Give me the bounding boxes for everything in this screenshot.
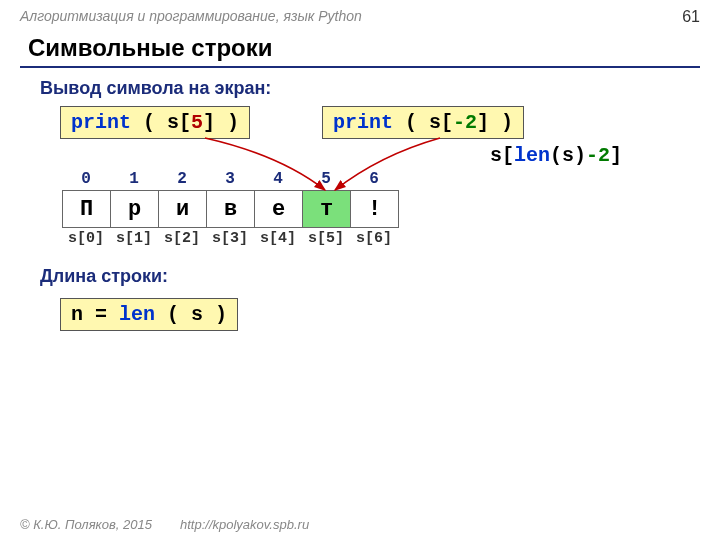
code-text: (s) (550, 144, 586, 167)
index-expr: s[3] (206, 230, 254, 247)
index-expr: s[2] (158, 230, 206, 247)
keyword-len: len (119, 303, 155, 326)
code-text: ( s ) (155, 303, 227, 326)
char-cell: и (159, 191, 207, 227)
code-text: ( s[ (393, 111, 453, 134)
bottom-indices: s[0]s[1]s[2]s[3]s[4]s[5]s[6] (62, 230, 398, 247)
num-literal: -2 (586, 144, 610, 167)
keyword-print: print (333, 111, 393, 134)
subtitle-output: Вывод символа на экран: (40, 78, 271, 99)
char-cell: р (111, 191, 159, 227)
char-cell: в (207, 191, 255, 227)
expr-len-minus: s[len(s)-2] (490, 144, 622, 167)
index-literal: -2 (453, 111, 477, 134)
char-table: П р и в е т ! (62, 190, 399, 228)
breadcrumb: Алгоритмизация и программирование, язык … (20, 8, 362, 24)
code-text: ( s[ (131, 111, 191, 134)
char-cell: ! (351, 191, 398, 227)
keyword-print: print (71, 111, 131, 134)
char-cell: П (63, 191, 111, 227)
index-expr: s[4] (254, 230, 302, 247)
index-label: 1 (110, 170, 158, 188)
code-print-positive: print ( s[5] ) (60, 106, 250, 139)
code-print-negative: print ( s[-2] ) (322, 106, 524, 139)
index-expr: s[1] (110, 230, 158, 247)
index-label: 4 (254, 170, 302, 188)
page-title: Символьные строки (28, 34, 273, 62)
index-label: 5 (302, 170, 350, 188)
page-number: 61 (682, 8, 700, 26)
index-label: 2 (158, 170, 206, 188)
top-indices: 0123456 (62, 170, 398, 188)
code-text: ] ) (477, 111, 513, 134)
footer-url: http://kpolyakov.spb.ru (180, 517, 309, 532)
index-expr: s[6] (350, 230, 398, 247)
keyword-len: len (514, 144, 550, 167)
char-cell: е (255, 191, 303, 227)
index-label: 3 (206, 170, 254, 188)
code-text: s[ (490, 144, 514, 167)
code-len: n = len ( s ) (60, 298, 238, 331)
index-expr: s[0] (62, 230, 110, 247)
index-expr: s[5] (302, 230, 350, 247)
code-text: ] ) (203, 111, 239, 134)
subtitle-length: Длина строки: (40, 266, 168, 287)
title-underline (20, 66, 700, 68)
index-literal: 5 (191, 111, 203, 134)
code-text: ] (610, 144, 622, 167)
char-cell-highlight: т (303, 191, 351, 227)
index-label: 6 (350, 170, 398, 188)
footer-copyright: © К.Ю. Поляков, 2015 (20, 517, 152, 532)
index-label: 0 (62, 170, 110, 188)
code-text: n = (71, 303, 119, 326)
